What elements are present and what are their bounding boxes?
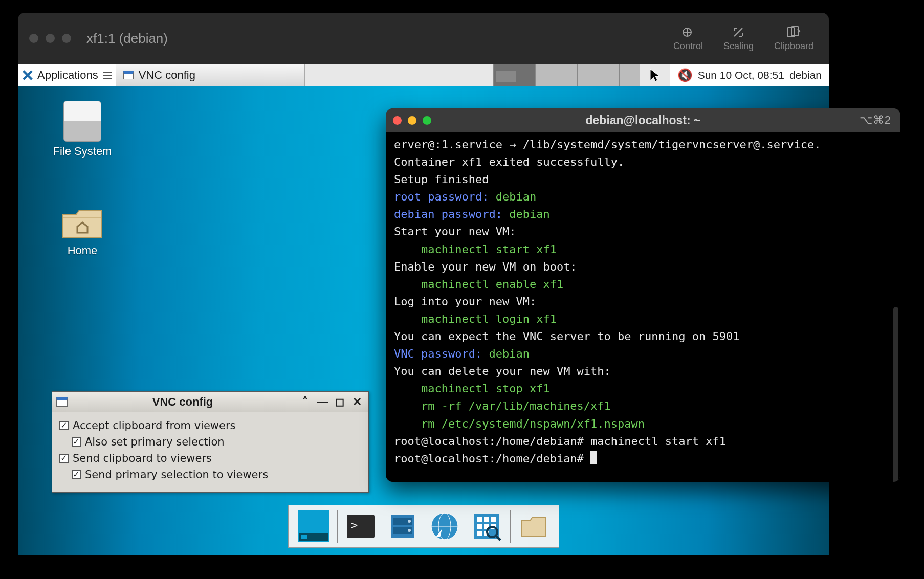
svg-line-26: [496, 536, 500, 540]
checkbox-send-clipboard[interactable]: ✓ Send clipboard to viewers: [59, 450, 361, 466]
window-icon: [123, 71, 134, 79]
svg-rect-5: [301, 535, 307, 539]
checkbox-icon: ✓: [59, 421, 69, 430]
svg-rect-19: [491, 517, 496, 522]
dialog-title: VNC config: [72, 395, 294, 409]
user-label[interactable]: debian: [789, 69, 822, 81]
window-title: xf1:1 (debian): [86, 31, 168, 47]
dock-app-finder[interactable]: [471, 510, 502, 542]
dock-separator: [510, 510, 511, 543]
close-icon[interactable]: [29, 34, 38, 43]
checkbox-accept-clipboard[interactable]: ✓ Accept clipboard from viewers: [59, 417, 361, 434]
window-icon: [56, 397, 68, 407]
cursor-block: [590, 451, 597, 464]
home-folder-icon: [61, 207, 104, 241]
svg-point-12: [408, 529, 411, 532]
dialog-titlebar[interactable]: VNC config ˄ — ◻ ✕: [52, 392, 368, 412]
checkbox-icon: ✓: [72, 437, 81, 447]
dock-terminal[interactable]: >_: [345, 510, 377, 542]
minimize-button[interactable]: —: [317, 397, 327, 407]
desktop-icon-filesystem[interactable]: File System: [47, 101, 118, 158]
taskbar-item-vnc-config[interactable]: VNC config: [116, 64, 305, 86]
applications-menu[interactable]: Applications: [18, 64, 116, 86]
terminal-body[interactable]: erver@:1.service → /lib/systemd/system/t…: [386, 132, 900, 482]
svg-text:>_: >_: [351, 519, 365, 531]
mac-titlebar: xf1:1 (debian) Control Scaling Clipboard: [18, 13, 829, 64]
dialog-body: ✓ Accept clipboard from viewers ✓ Also s…: [52, 412, 368, 492]
checkbox-send-primary[interactable]: ✓ Send primary selection to viewers: [59, 466, 361, 483]
menu-icon: [103, 72, 112, 79]
workspace-3[interactable]: [577, 64, 619, 86]
zoom-icon[interactable]: [62, 34, 71, 43]
clock[interactable]: Sun 10 Oct, 08:51: [698, 69, 784, 81]
xfce-logo-icon: [22, 70, 33, 81]
workspace-4[interactable]: [619, 64, 640, 86]
svg-rect-17: [477, 517, 482, 522]
workspace-2[interactable]: [535, 64, 577, 86]
mac-traffic-lights: [29, 34, 71, 43]
scrollbar[interactable]: [893, 307, 898, 482]
dock-file-manager[interactable]: [387, 510, 419, 542]
dock-folder[interactable]: [518, 510, 549, 542]
volume-muted-icon[interactable]: 🔇: [677, 68, 693, 82]
remote-cursor-icon: [640, 64, 670, 86]
minimize-icon[interactable]: [46, 34, 55, 43]
control-button[interactable]: Control: [673, 26, 703, 52]
checkbox-icon: ✓: [59, 454, 69, 463]
system-tray: 🔇 Sun 10 Oct, 08:51 debian: [670, 64, 829, 86]
terminal-titlebar[interactable]: debian@localhost: ~ ⌥⌘2: [386, 108, 900, 132]
mac-toolbar: Control Scaling Clipboard: [673, 13, 813, 64]
scaling-icon: [731, 26, 746, 39]
checkbox-icon: ✓: [72, 470, 81, 479]
clipboard-icon: [786, 26, 801, 39]
svg-point-11: [408, 520, 411, 523]
shade-button[interactable]: ˄: [300, 397, 310, 407]
clipboard-button[interactable]: Clipboard: [774, 26, 813, 52]
dock-panel: >_: [288, 505, 559, 548]
dock-show-desktop[interactable]: [298, 510, 329, 542]
maximize-button[interactable]: ◻: [335, 397, 345, 407]
svg-rect-23: [477, 531, 482, 536]
scaling-button[interactable]: Scaling: [723, 26, 754, 52]
drive-icon: [63, 101, 101, 142]
svg-rect-18: [484, 517, 489, 522]
cursor-icon: [680, 26, 696, 39]
svg-rect-20: [477, 524, 482, 529]
dock-separator: [337, 510, 338, 543]
checkbox-set-primary[interactable]: ✓ Also set primary selection: [59, 434, 361, 450]
workspace-1[interactable]: [493, 64, 535, 86]
workspace-pager[interactable]: [493, 64, 640, 86]
close-button[interactable]: ✕: [352, 397, 362, 407]
terminal-shortcut-label: ⌥⌘2: [860, 114, 891, 127]
dock-web-browser[interactable]: [429, 510, 460, 542]
xfce-panel: Applications VNC config 🔇 Sun 10 Oct, 08…: [18, 64, 829, 86]
terminal-window: debian@localhost: ~ ⌥⌘2 erver@:1.service…: [386, 108, 900, 482]
desktop-icon-home[interactable]: Home: [47, 207, 118, 257]
terminal-title: debian@localhost: ~: [386, 114, 900, 127]
vnc-config-window: VNC config ˄ — ◻ ✕ ✓ Accept clipboard fr…: [52, 391, 369, 493]
